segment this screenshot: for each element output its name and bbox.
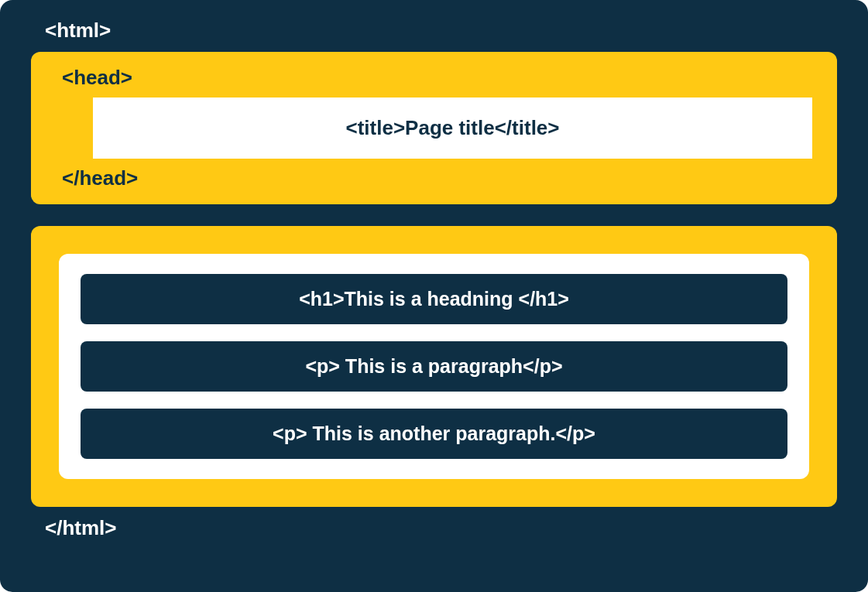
head-block: <head> <title>Page title</title> </head>: [31, 52, 837, 204]
html-container: <html> <head> <title>Page title</title> …: [0, 0, 868, 592]
p1-row: <p> This is a paragraph</p>: [81, 341, 787, 392]
head-close-tag: </head>: [62, 166, 812, 190]
title-box: <title>Page title</title>: [93, 98, 812, 159]
html-open-tag: <html>: [45, 19, 837, 43]
p1-text: <p> This is a paragraph</p>: [305, 355, 562, 377]
h1-row: <h1>This is a headning </h1>: [81, 274, 787, 324]
p2-row: <p> This is another paragraph.</p>: [81, 409, 787, 459]
p2-text: <p> This is another paragraph.</p>: [273, 423, 595, 444]
h1-text: <h1>This is a headning </h1>: [299, 288, 569, 310]
html-close-tag: </html>: [45, 516, 837, 540]
head-open-tag: <head>: [62, 66, 812, 90]
body-inner: <h1>This is a headning </h1> <p> This is…: [59, 254, 809, 479]
body-block: <h1>This is a headning </h1> <p> This is…: [31, 226, 837, 507]
title-text: <title>Page title</title>: [346, 116, 560, 139]
